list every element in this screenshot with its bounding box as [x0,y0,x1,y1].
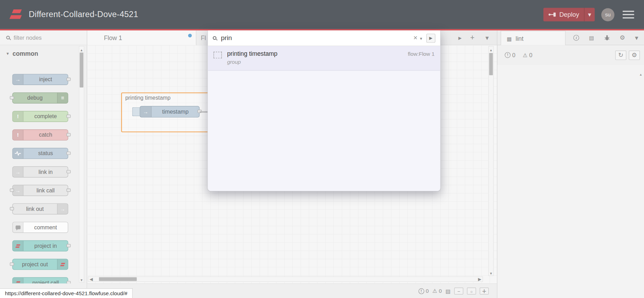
sidebar-tab-bar: lint i [497,30,644,45]
lint-warning-count: 0 [523,52,532,58]
inject-node[interactable]: → timestamp [132,106,199,117]
chevron-down-icon [7,51,9,56]
search-expand-button[interactable] [426,33,435,43]
sidebar-tab-lint[interactable]: lint [501,31,566,45]
scrollbar-thumb[interactable] [489,53,493,75]
search-options-icon[interactable] [420,34,422,41]
search-result-item[interactable]: printing timestamp group flow:Flow 1 [208,46,440,71]
main-menu-button[interactable] [623,10,634,19]
scroll-down-icon[interactable] [79,276,84,282]
group-icon [214,52,222,58]
canvas-vertical-scrollbar[interactable] [488,46,493,276]
lint-settings-button[interactable] [629,50,640,60]
add-flow-button[interactable] [467,33,477,43]
search-results-list: printing timestamp group flow:Flow 1 [208,46,440,191]
error-count[interactable]: ! 0 [418,288,429,294]
canvas-horizontal-scrollbar[interactable] [88,276,483,282]
palette-node-project-call[interactable]: project call [12,277,68,284]
lint-refresh-button[interactable] [615,50,626,60]
result-kind: group [227,59,408,65]
output-port [67,281,71,284]
app-header: Different-Collared-Dove-4521 Deploy su [0,0,644,29]
node-label: timestamp [152,108,199,115]
output-port [67,151,71,154]
workspace-footer: ! 0 0 [87,283,497,298]
inject-arrow-icon: → [140,106,152,117]
result-title: printing timestamp [227,50,408,57]
output-port [67,114,71,117]
flowfuse-logo-icon [9,8,24,22]
node-palette: filter nodes common → inject debug ≡ [0,30,87,298]
palette-node-complete[interactable]: ! complete [12,111,68,122]
palette-filter-input[interactable]: filter nodes [0,30,87,45]
deploy-button[interactable]: Deploy [543,8,595,21]
bug-icon[interactable] [604,35,610,40]
palette-filter-placeholder: filter nodes [14,34,42,41]
scroll-left-icon[interactable] [88,277,94,281]
palette-node-project-in[interactable]: project in [12,240,68,251]
navigator-icon[interactable] [445,287,450,295]
scroll-right-icon[interactable] [477,277,483,281]
output-port [67,244,71,247]
deploy-options-button[interactable] [584,8,595,21]
palette-category-common[interactable]: common [0,45,87,62]
debug-panel-icon: ≡ [57,93,68,103]
flowfuse-icon [57,259,68,269]
link-arrow-icon: → [13,185,24,196]
output-port [67,133,71,136]
zoom-out-button[interactable] [454,288,463,295]
group-label: printing timestamp [125,95,170,101]
user-avatar[interactable]: su [601,8,614,21]
palette-node-status[interactable]: status [12,148,68,159]
output-port [67,170,71,173]
palette-node-link-out[interactable]: link out → [12,203,68,214]
scrollbar-thumb[interactable] [99,277,137,281]
node-red-editor: Different-Collared-Dove-4521 Deploy su [0,0,644,298]
tab-flow-1[interactable]: Flow 1 [87,30,196,45]
alert-icon: ! [13,130,24,140]
docs-icon[interactable] [589,35,594,41]
palette-category-label: common [13,50,38,57]
scroll-up-icon[interactable] [639,70,642,77]
palette-node-project-out[interactable]: project out [12,259,68,270]
search-icon [213,36,216,40]
info-icon[interactable]: i [574,35,579,40]
scroll-up-icon[interactable] [489,46,493,52]
palette-node-link-call[interactable]: → link call [12,185,68,196]
output-port [67,188,71,191]
inject-trigger-button[interactable] [132,107,139,116]
palette-node-inject[interactable]: → inject [12,74,68,85]
flow-modified-indicator [188,34,192,38]
flow-list-button[interactable] [482,33,492,43]
tab-scroll-right-button[interactable] [455,33,465,43]
comment-bubble-icon [13,222,24,232]
search-icon [6,36,10,40]
result-flow: flow:Flow 1 [408,51,435,70]
scrollbar-thumb[interactable] [80,53,84,87]
lint-results-panel [497,65,644,298]
palette-node-debug[interactable]: debug ≡ [12,92,68,104]
scroll-up-icon[interactable] [79,46,84,52]
scroll-down-icon[interactable] [489,270,493,276]
zoom-reset-button[interactable] [467,288,476,295]
sidebar-menu-icon[interactable] [635,34,638,41]
clear-search-icon[interactable] [413,34,417,42]
warning-count[interactable]: 0 [432,288,442,294]
warning-icon [523,52,528,58]
gear-icon[interactable] [620,34,625,41]
lint-error-count: ! 0 [505,52,515,58]
palette-node-link-in[interactable]: → link in [12,166,68,177]
link-arrow-icon: → [13,167,24,177]
zoom-in-button[interactable] [480,288,489,295]
deploy-icon [548,12,556,17]
palette-scrollbar[interactable] [79,46,84,283]
warning-icon [432,288,437,294]
palette-node-comment[interactable]: comment [12,222,68,233]
search-input[interactable]: prin [221,34,413,41]
search-input-row: prin [208,30,440,46]
flowfuse-icon [13,278,24,283]
search-dialog: prin printing timestamp group flow:Flow … [207,30,440,191]
right-sidebar: lint i ! 0 0 [497,30,644,298]
output-port [67,77,71,81]
palette-node-catch[interactable]: ! catch [12,129,68,140]
